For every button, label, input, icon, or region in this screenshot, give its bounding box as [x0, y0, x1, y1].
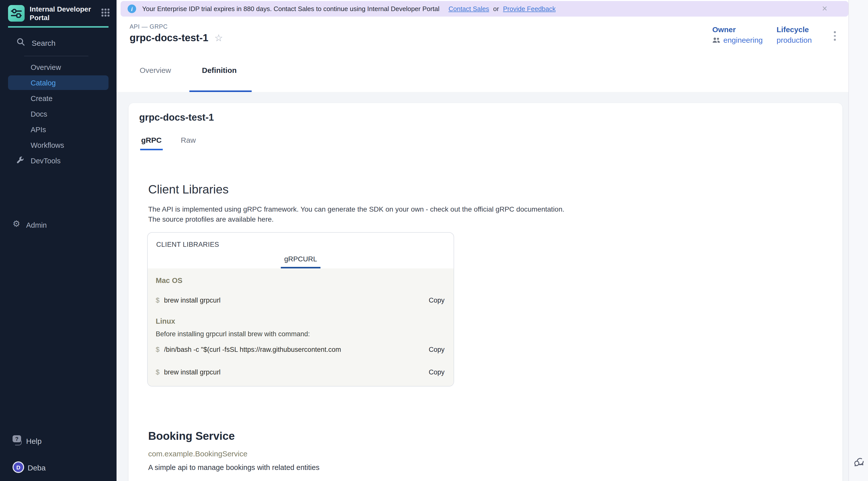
- sidebar-bottom: ? Help D Deba: [0, 421, 117, 481]
- client-libraries-card-header: CLIENT LIBRARIES: [148, 233, 454, 248]
- code-row-linux-2: $ brew install grpcurl Copy: [156, 368, 444, 376]
- tab-grpcurl[interactable]: gRPCURL: [281, 255, 321, 268]
- brand-accent-rule: [8, 26, 108, 28]
- client-libraries-card-body: Mac OS $ brew install grpcurl Copy Linux…: [148, 268, 454, 386]
- linux-label: Linux: [156, 317, 444, 325]
- entity-tabbar: Overview Definition: [117, 54, 848, 92]
- sidebar-item-create[interactable]: Create: [0, 90, 117, 106]
- sidebar-item-workflows[interactable]: Workflows: [0, 137, 117, 153]
- lifecycle-meta: Lifecycle production: [777, 25, 812, 44]
- command-text: /bin/bash -c "$(curl -fsSL https://raw.g…: [164, 346, 422, 353]
- sidebar-item-label: Catalog: [31, 79, 56, 87]
- sidebar-item-devtools[interactable]: DevTools: [0, 153, 117, 169]
- shell-prompt: $: [156, 368, 159, 376]
- shell-prompt: $: [156, 297, 159, 304]
- help-label: Help: [26, 437, 42, 445]
- sidebar-item-label: Overview: [31, 63, 61, 71]
- sidebar-nav: Overview Catalog Create Docs APIs Workfl…: [0, 59, 117, 169]
- trial-banner: i Your Enterprise IDP trial expires in 8…: [121, 1, 848, 17]
- copy-button[interactable]: Copy: [429, 368, 444, 376]
- brand-title: Internal Developer Portal: [30, 5, 96, 22]
- sidebar-item-catalog[interactable]: Catalog: [8, 76, 108, 90]
- definition-card: grpc-docs-test-1 gRPC Raw Client Librari…: [129, 103, 842, 481]
- contact-sales-link[interactable]: Contact Sales: [448, 5, 489, 12]
- breadcrumb[interactable]: API — GRPC: [130, 23, 167, 30]
- tab-raw[interactable]: Raw: [180, 136, 197, 150]
- client-libraries-section: Client Libraries The API is implemented …: [148, 182, 830, 472]
- app-root: Internal Developer Portal Search Overvie…: [0, 0, 868, 481]
- tab-overview[interactable]: Overview: [140, 66, 171, 74]
- main-content: grpc-docs-test-1 gRPC Raw Client Librari…: [117, 92, 848, 481]
- command-text: brew install grpcurl: [164, 297, 422, 304]
- client-libraries-card: CLIENT LIBRARIES gRPCURL Mac OS $ brew i…: [147, 232, 454, 387]
- copy-button[interactable]: Copy: [429, 346, 444, 353]
- wrench-icon: [16, 156, 25, 166]
- star-icon[interactable]: ☆: [214, 33, 223, 43]
- user-name: Deba: [28, 463, 46, 472]
- more-options-kebab-icon[interactable]: [832, 29, 838, 43]
- people-icon: [712, 37, 720, 43]
- tab-grpc[interactable]: gRPC: [140, 136, 163, 150]
- page-header: API — GRPC grpc-docs-test-1 ☆ Owner engi…: [117, 17, 848, 54]
- brand[interactable]: Internal Developer Portal: [0, 0, 117, 22]
- help-chat-icon: ?: [12, 435, 21, 442]
- shell-prompt: $: [156, 346, 159, 353]
- provide-feedback-link[interactable]: Provide Feedback: [503, 5, 556, 12]
- sidebar-item-label: DevTools: [31, 156, 61, 164]
- banner-conjunction: or: [493, 5, 499, 12]
- lifecycle-value: production: [777, 36, 812, 44]
- owner-value: engineering: [723, 36, 763, 44]
- linux-note: Before installing grpcurl install brew w…: [156, 330, 444, 338]
- owner-meta: Owner engineering: [712, 25, 763, 44]
- copy-button[interactable]: Copy: [429, 297, 444, 304]
- sidebar-divider: [24, 56, 88, 56]
- apps-grid-icon[interactable]: [101, 8, 110, 17]
- clipped-text-line: A simple api to manage bookings with rel…: [148, 463, 830, 472]
- sidebar-item-docs[interactable]: Docs: [0, 106, 117, 122]
- definition-view-tabs: gRPC Raw: [140, 136, 830, 150]
- page-title: grpc-docs-test-1: [130, 32, 208, 44]
- sidebar-item-admin[interactable]: ⚙ Admin: [0, 217, 117, 233]
- lifecycle-label: Lifecycle: [777, 25, 812, 34]
- tab-definition[interactable]: Definition: [202, 66, 237, 74]
- close-icon[interactable]: ×: [822, 3, 827, 13]
- user-menu[interactable]: D Deba: [0, 461, 117, 474]
- right-rail: [848, 0, 868, 481]
- client-libraries-heading: Client Libraries: [148, 182, 830, 197]
- sidebar-item-label: Workflows: [31, 141, 64, 149]
- sidebar-item-overview[interactable]: Overview: [0, 59, 117, 75]
- owner-value-link[interactable]: engineering: [712, 36, 763, 44]
- search-label: Search: [32, 39, 56, 47]
- booking-service-heading: Booking Service: [148, 430, 830, 443]
- booking-service-fqn: com.example.BookingService: [148, 449, 830, 458]
- code-row-mac: $ brew install grpcurl Copy: [156, 297, 444, 304]
- client-libraries-description-2: The source protofiles are available here…: [148, 214, 830, 224]
- help-button[interactable]: ? Help: [0, 435, 117, 447]
- info-icon: i: [128, 4, 136, 13]
- topbar: i Your Enterprise IDP trial expires in 8…: [117, 0, 848, 17]
- sidebar-item-apis[interactable]: APIs: [0, 122, 117, 137]
- trial-message: Your Enterprise IDP trial expires in 880…: [142, 5, 439, 12]
- avatar: D: [12, 461, 24, 473]
- sidebar-item-label: Create: [31, 94, 53, 102]
- definition-title: grpc-docs-test-1: [139, 112, 830, 123]
- client-libraries-description-1: The API is implemented using gRPC framew…: [148, 204, 830, 214]
- macos-label: Mac OS: [156, 276, 444, 284]
- sidebar-search[interactable]: Search: [0, 38, 117, 48]
- admin-label: Admin: [26, 221, 47, 229]
- sidebar-item-label: APIs: [31, 125, 46, 133]
- command-text: brew install grpcurl: [164, 368, 422, 376]
- brand-logo-icon: [8, 5, 25, 22]
- sidebar: Internal Developer Portal Search Overvie…: [0, 0, 117, 481]
- search-icon: [17, 38, 25, 48]
- chat-bubbles-icon[interactable]: [853, 456, 865, 471]
- code-row-linux-1: $ /bin/bash -c "$(curl -fsSL https://raw…: [156, 346, 444, 353]
- owner-label: Owner: [712, 25, 763, 34]
- gear-icon: ⚙: [12, 220, 20, 228]
- sidebar-item-label: Docs: [31, 110, 47, 118]
